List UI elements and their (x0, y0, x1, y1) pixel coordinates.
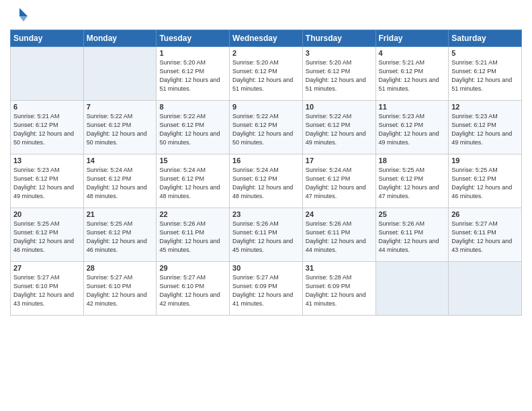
day-cell: 18Sunrise: 5:25 AMSunset: 6:12 PMDayligh… (375, 154, 449, 208)
day-cell (11, 47, 84, 101)
day-number: 5 (451, 49, 519, 57)
day-cell: 27Sunrise: 5:27 AMSunset: 6:10 PMDayligh… (11, 262, 84, 316)
weekday-header-monday: Monday (83, 30, 157, 47)
day-cell (83, 47, 157, 101)
day-info: Sunrise: 5:22 AMSunset: 6:12 PMDaylight:… (87, 112, 154, 147)
day-info: Sunrise: 5:25 AMSunset: 6:12 PMDaylight:… (13, 220, 81, 255)
day-info: Sunrise: 5:20 AMSunset: 6:12 PMDaylight:… (232, 58, 300, 93)
day-number: 28 (87, 264, 154, 272)
week-row-3: 13Sunrise: 5:23 AMSunset: 6:12 PMDayligh… (11, 154, 522, 208)
day-number: 19 (451, 156, 519, 165)
weekday-header-friday: Friday (375, 30, 449, 47)
day-number: 3 (306, 49, 373, 57)
day-number: 12 (451, 103, 519, 111)
weekday-header-saturday: Saturday (449, 30, 522, 47)
day-info: Sunrise: 5:25 AMSunset: 6:12 PMDaylight:… (87, 220, 154, 255)
logo-icon (10, 7, 29, 26)
day-info: Sunrise: 5:21 AMSunset: 6:12 PMDaylight:… (13, 112, 81, 147)
day-info: Sunrise: 5:24 AMSunset: 6:12 PMDaylight:… (159, 166, 226, 201)
day-info: Sunrise: 5:21 AMSunset: 6:12 PMDaylight:… (379, 58, 446, 93)
day-info: Sunrise: 5:20 AMSunset: 6:12 PMDaylight:… (306, 58, 373, 93)
calendar-page: SundayMondayTuesdayWednesdayThursdayFrid… (0, 0, 532, 411)
day-cell: 20Sunrise: 5:25 AMSunset: 6:12 PMDayligh… (11, 208, 84, 262)
day-number: 21 (87, 210, 154, 218)
day-number: 7 (87, 103, 154, 111)
day-cell: 19Sunrise: 5:25 AMSunset: 6:12 PMDayligh… (449, 154, 522, 208)
day-cell: 5Sunrise: 5:21 AMSunset: 6:12 PMDaylight… (449, 47, 522, 101)
day-cell: 26Sunrise: 5:27 AMSunset: 6:11 PMDayligh… (449, 208, 522, 262)
day-cell: 2Sunrise: 5:20 AMSunset: 6:12 PMDaylight… (230, 47, 303, 101)
day-number: 15 (159, 156, 226, 165)
calendar-table: SundayMondayTuesdayWednesdayThursdayFrid… (10, 30, 522, 316)
day-info: Sunrise: 5:27 AMSunset: 6:10 PMDaylight:… (87, 273, 154, 308)
day-number: 25 (379, 210, 446, 218)
day-number: 31 (306, 264, 373, 272)
day-number: 22 (159, 210, 226, 218)
day-info: Sunrise: 5:25 AMSunset: 6:12 PMDaylight:… (379, 166, 446, 201)
weekday-header-wednesday: Wednesday (230, 30, 303, 47)
day-info: Sunrise: 5:22 AMSunset: 6:12 PMDaylight:… (306, 112, 373, 147)
day-cell: 30Sunrise: 5:27 AMSunset: 6:09 PMDayligh… (230, 262, 303, 316)
day-cell: 25Sunrise: 5:26 AMSunset: 6:11 PMDayligh… (375, 208, 449, 262)
day-number: 9 (232, 103, 300, 111)
day-number: 18 (379, 156, 446, 165)
day-cell: 11Sunrise: 5:23 AMSunset: 6:12 PMDayligh… (375, 101, 449, 154)
day-info: Sunrise: 5:23 AMSunset: 6:12 PMDaylight:… (379, 112, 446, 147)
weekday-header-thursday: Thursday (302, 30, 375, 47)
week-row-2: 6Sunrise: 5:21 AMSunset: 6:12 PMDaylight… (11, 101, 522, 154)
day-info: Sunrise: 5:24 AMSunset: 6:12 PMDaylight:… (87, 166, 154, 201)
day-number: 2 (232, 49, 300, 57)
day-info: Sunrise: 5:26 AMSunset: 6:11 PMDaylight:… (159, 220, 226, 255)
day-cell: 7Sunrise: 5:22 AMSunset: 6:12 PMDaylight… (83, 101, 157, 154)
day-cell: 16Sunrise: 5:24 AMSunset: 6:12 PMDayligh… (230, 154, 303, 208)
day-cell: 15Sunrise: 5:24 AMSunset: 6:12 PMDayligh… (157, 154, 230, 208)
day-cell: 22Sunrise: 5:26 AMSunset: 6:11 PMDayligh… (157, 208, 230, 262)
weekday-header-row: SundayMondayTuesdayWednesdayThursdayFrid… (11, 30, 522, 47)
day-number: 17 (306, 156, 373, 165)
day-cell: 12Sunrise: 5:23 AMSunset: 6:12 PMDayligh… (449, 101, 522, 154)
day-cell: 31Sunrise: 5:28 AMSunset: 6:09 PMDayligh… (302, 262, 375, 316)
day-number: 11 (379, 103, 446, 111)
day-info: Sunrise: 5:24 AMSunset: 6:12 PMDaylight:… (306, 166, 373, 201)
day-cell: 9Sunrise: 5:22 AMSunset: 6:12 PMDaylight… (230, 101, 303, 154)
day-cell: 13Sunrise: 5:23 AMSunset: 6:12 PMDayligh… (11, 154, 84, 208)
day-info: Sunrise: 5:26 AMSunset: 6:11 PMDaylight:… (379, 220, 446, 255)
day-number: 10 (306, 103, 373, 111)
svg-marker-1 (19, 16, 28, 21)
svg-marker-0 (19, 8, 28, 16)
day-number: 26 (451, 210, 519, 218)
day-info: Sunrise: 5:27 AMSunset: 6:11 PMDaylight:… (451, 220, 519, 255)
day-cell: 14Sunrise: 5:24 AMSunset: 6:12 PMDayligh… (83, 154, 157, 208)
day-info: Sunrise: 5:20 AMSunset: 6:12 PMDaylight:… (159, 58, 226, 93)
day-cell (375, 262, 449, 316)
day-info: Sunrise: 5:23 AMSunset: 6:12 PMDaylight:… (451, 112, 519, 147)
day-info: Sunrise: 5:26 AMSunset: 6:11 PMDaylight:… (232, 220, 300, 255)
weekday-header-tuesday: Tuesday (157, 30, 230, 47)
day-info: Sunrise: 5:21 AMSunset: 6:12 PMDaylight:… (451, 58, 519, 93)
day-cell: 29Sunrise: 5:27 AMSunset: 6:10 PMDayligh… (157, 262, 230, 316)
day-info: Sunrise: 5:27 AMSunset: 6:10 PMDaylight:… (159, 273, 226, 308)
day-number: 14 (87, 156, 154, 165)
day-number: 16 (232, 156, 300, 165)
day-number: 20 (13, 210, 81, 218)
day-cell: 23Sunrise: 5:26 AMSunset: 6:11 PMDayligh… (230, 208, 303, 262)
header (10, 7, 522, 26)
week-row-5: 27Sunrise: 5:27 AMSunset: 6:10 PMDayligh… (11, 262, 522, 316)
day-cell: 6Sunrise: 5:21 AMSunset: 6:12 PMDaylight… (11, 101, 84, 154)
day-info: Sunrise: 5:27 AMSunset: 6:10 PMDaylight:… (13, 273, 81, 308)
day-info: Sunrise: 5:26 AMSunset: 6:11 PMDaylight:… (306, 220, 373, 255)
day-number: 6 (13, 103, 81, 111)
day-info: Sunrise: 5:22 AMSunset: 6:12 PMDaylight:… (232, 112, 300, 147)
calendar-body: 1Sunrise: 5:20 AMSunset: 6:12 PMDaylight… (11, 47, 522, 316)
day-cell: 17Sunrise: 5:24 AMSunset: 6:12 PMDayligh… (302, 154, 375, 208)
day-number: 1 (159, 49, 226, 57)
week-row-1: 1Sunrise: 5:20 AMSunset: 6:12 PMDaylight… (11, 47, 522, 101)
weekday-header-sunday: Sunday (11, 30, 84, 47)
day-number: 27 (13, 264, 81, 272)
day-info: Sunrise: 5:25 AMSunset: 6:12 PMDaylight:… (451, 166, 519, 201)
day-number: 29 (159, 264, 226, 272)
day-cell: 10Sunrise: 5:22 AMSunset: 6:12 PMDayligh… (302, 101, 375, 154)
day-cell: 8Sunrise: 5:22 AMSunset: 6:12 PMDaylight… (157, 101, 230, 154)
day-number: 24 (306, 210, 373, 218)
day-cell: 3Sunrise: 5:20 AMSunset: 6:12 PMDaylight… (302, 47, 375, 101)
